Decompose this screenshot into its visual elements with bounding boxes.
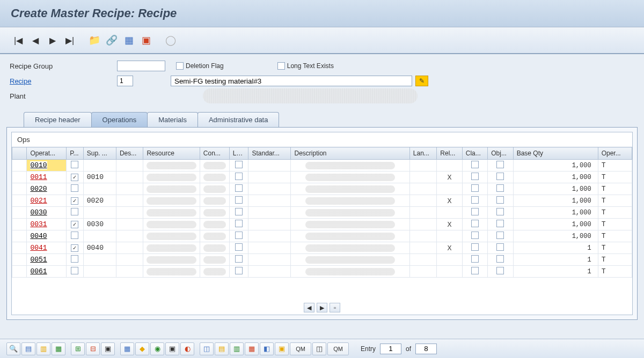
cla-checkbox[interactable]	[471, 220, 479, 227]
col-con[interactable]: Con...	[200, 147, 229, 160]
lo-checkbox[interactable]	[235, 161, 243, 168]
bt-icon-18[interactable]: ▣	[275, 342, 289, 355]
bt-find[interactable]: 🔍	[6, 342, 20, 355]
col-operat[interactable]: Operat...	[27, 147, 67, 160]
p-checkbox[interactable]	[71, 255, 78, 263]
bt-insert[interactable]: ⊞	[71, 342, 85, 355]
bt-delete[interactable]: ⊟	[86, 342, 100, 355]
toolbar-icon-4[interactable]: ▣	[138, 33, 153, 48]
col-lo[interactable]: Lo...	[229, 147, 248, 160]
p-checkbox[interactable]	[71, 267, 78, 274]
table-row[interactable]: 0021✓0020X1,000T	[12, 195, 632, 207]
cla-checkbox[interactable]	[471, 232, 479, 239]
tab-materials[interactable]: Materials	[147, 112, 198, 127]
long-text-checkbox[interactable]	[277, 62, 285, 70]
col-rel[interactable]: Rel...	[437, 147, 462, 160]
p-checkbox[interactable]	[71, 184, 78, 192]
toolbar-icon-3[interactable]: ▦	[121, 33, 136, 48]
table-row[interactable]: 00301,000T	[12, 207, 632, 219]
scroll-left-button[interactable]: ◀	[304, 303, 314, 312]
entry-total-input[interactable]	[415, 344, 437, 354]
cla-checkbox[interactable]	[471, 173, 479, 180]
scroll-right-button[interactable]: ▶	[317, 303, 327, 312]
lo-checkbox[interactable]	[235, 184, 243, 192]
table-row[interactable]: 00611T	[12, 266, 632, 278]
obj-checkbox[interactable]	[496, 184, 504, 192]
col-sup[interactable]: Sup. ...	[83, 147, 116, 160]
col-description[interactable]: Description	[291, 147, 409, 160]
bt-icon-15[interactable]: ▥	[230, 342, 244, 355]
col-des[interactable]: Des...	[116, 147, 143, 160]
next-record-button[interactable]: ▶	[45, 33, 60, 48]
entry-value-input[interactable]	[380, 344, 401, 354]
col-p[interactable]: P...	[67, 147, 84, 160]
recipe-desc-input[interactable]	[171, 76, 412, 86]
p-checkbox[interactable]	[71, 208, 78, 215]
table-row[interactable]: 00101,000T	[12, 160, 632, 171]
bt-icon-11[interactable]: ▣	[165, 342, 179, 355]
cla-checkbox[interactable]	[471, 208, 479, 215]
bt-icon-14[interactable]: ▤	[215, 342, 229, 355]
p-checkbox[interactable]	[71, 232, 78, 239]
bt-icon-19[interactable]: ◫	[312, 342, 326, 355]
col-select[interactable]	[12, 147, 27, 160]
tab-operations[interactable]: Operations	[91, 112, 148, 127]
p-checkbox[interactable]: ✓	[71, 197, 78, 205]
deletion-flag-checkbox[interactable]	[176, 62, 184, 70]
table-row[interactable]: 00401,000T	[12, 230, 632, 242]
col-lan[interactable]: Lan...	[409, 147, 437, 160]
cla-checkbox[interactable]	[471, 255, 479, 263]
p-checkbox[interactable]: ✓	[71, 221, 78, 228]
col-cla[interactable]: Cla...	[462, 147, 487, 160]
obj-checkbox[interactable]	[496, 243, 504, 251]
recipe-input[interactable]	[117, 76, 133, 86]
col-obj[interactable]: Obj...	[488, 147, 513, 160]
cla-checkbox[interactable]	[471, 161, 479, 168]
col-resource[interactable]: Resource	[143, 147, 200, 160]
bt-qm-1[interactable]: QM	[290, 342, 311, 355]
bt-icon-4[interactable]: ▦	[52, 342, 65, 355]
lo-checkbox[interactable]	[235, 196, 243, 204]
cla-checkbox[interactable]	[471, 243, 479, 251]
bt-icon-16[interactable]: ▦	[245, 342, 259, 355]
table-row[interactable]: 00511T	[12, 254, 632, 266]
lo-checkbox[interactable]	[235, 208, 243, 215]
cla-checkbox[interactable]	[471, 196, 479, 204]
toolbar-icon-2[interactable]: 🔗	[104, 33, 119, 48]
p-checkbox[interactable]: ✓	[71, 244, 78, 252]
obj-checkbox[interactable]	[496, 196, 504, 204]
table-row[interactable]: 0041✓0040X1T	[12, 242, 632, 254]
lo-checkbox[interactable]	[235, 232, 243, 239]
col-standar[interactable]: Standar...	[248, 147, 291, 160]
lo-checkbox[interactable]	[235, 220, 243, 227]
bt-icon-17[interactable]: ◧	[260, 342, 274, 355]
lo-checkbox[interactable]	[235, 267, 243, 274]
obj-checkbox[interactable]	[496, 161, 504, 168]
bt-icon-10[interactable]: ◉	[150, 342, 164, 355]
recipe-group-input[interactable]	[117, 61, 165, 71]
toolbar-icon-1[interactable]: 📁	[87, 33, 102, 48]
obj-checkbox[interactable]	[496, 255, 504, 263]
table-row[interactable]: 0031✓0030X1,000T	[12, 219, 632, 230]
edit-desc-button[interactable]: ✎	[415, 76, 428, 86]
recipe-label[interactable]: Recipe	[10, 77, 117, 85]
lo-checkbox[interactable]	[235, 255, 243, 263]
bt-icon-12[interactable]: ◐	[180, 342, 194, 355]
bt-icon-7[interactable]: ▣	[101, 342, 115, 355]
table-row[interactable]: 0011✓0010X1,000T	[12, 171, 632, 183]
obj-checkbox[interactable]	[496, 267, 504, 274]
lo-checkbox[interactable]	[235, 173, 243, 180]
obj-checkbox[interactable]	[496, 232, 504, 239]
col-baseqty[interactable]: Base Qty	[513, 147, 598, 160]
last-record-button[interactable]: ▶|	[62, 33, 77, 48]
tab-admin[interactable]: Administrative data	[197, 112, 280, 127]
table-row[interactable]: 00201,000T	[12, 183, 632, 195]
col-oper[interactable]: Oper...	[598, 147, 632, 160]
toolbar-icon-5[interactable]: ◯	[163, 33, 178, 48]
obj-checkbox[interactable]	[496, 220, 504, 227]
bt-qm-2[interactable]: QM	[327, 342, 349, 355]
bt-icon-2[interactable]: ▤	[21, 342, 35, 355]
bt-icon-8[interactable]: ▦	[120, 342, 134, 355]
scroll-end-button[interactable]: ▫	[330, 303, 340, 312]
first-record-button[interactable]: |◀	[11, 33, 26, 48]
